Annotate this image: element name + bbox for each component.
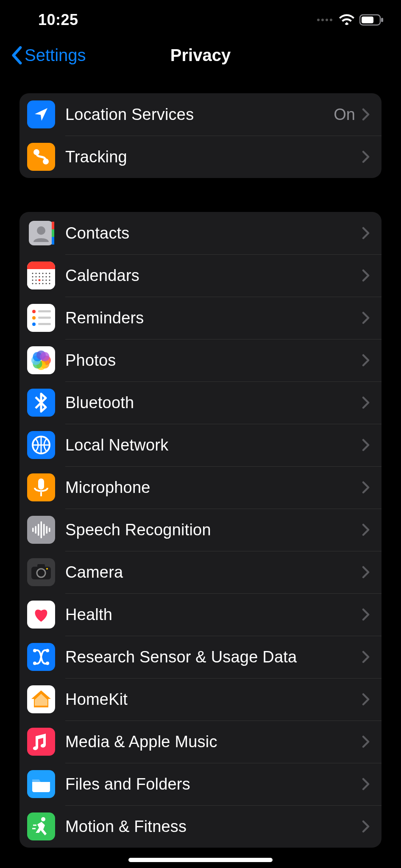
speech-icon [27, 516, 55, 544]
svg-point-39 [32, 316, 36, 320]
svg-point-50 [40, 352, 49, 362]
row-microphone[interactable]: Microphone [19, 466, 382, 509]
status-bar: 10:25 [0, 0, 401, 34]
calendar-icon [27, 262, 55, 289]
chevron-right-icon [362, 396, 370, 409]
research-icon [27, 643, 55, 671]
chevron-left-icon [11, 46, 22, 64]
chevron-right-icon [362, 778, 370, 790]
camera-icon [27, 558, 55, 586]
chevron-right-icon [362, 566, 370, 579]
network-icon [27, 431, 55, 459]
svg-point-71 [41, 817, 45, 821]
row-value: On [334, 106, 355, 124]
svg-point-37 [32, 310, 36, 313]
svg-point-23 [49, 276, 50, 278]
svg-point-18 [32, 276, 33, 278]
svg-rect-58 [43, 524, 45, 536]
svg-point-22 [46, 276, 47, 278]
row-media[interactable]: Media & Apple Music [19, 721, 382, 763]
nav-header: Settings Privacy [0, 34, 401, 76]
files-icon [27, 770, 55, 798]
row-contacts[interactable]: Contacts [19, 212, 382, 254]
row-label: Files and Folders [65, 775, 359, 793]
svg-point-28 [46, 280, 47, 281]
svg-point-36 [39, 279, 41, 281]
row-homekit[interactable]: HomeKit [19, 678, 382, 721]
chevron-right-icon [362, 735, 370, 748]
row-label: Local Network [65, 436, 359, 454]
row-reminders[interactable]: Reminders [19, 297, 382, 339]
settings-group-2: ContactsCalendarsRemindersPhotosBluetoot… [19, 212, 382, 848]
svg-rect-55 [35, 526, 37, 534]
row-camera[interactable]: Camera [19, 551, 382, 593]
row-location-services[interactable]: Location ServicesOn [19, 93, 382, 136]
location-icon [27, 100, 55, 128]
row-label: HomeKit [65, 690, 359, 709]
svg-point-33 [42, 283, 44, 284]
content: Location ServicesOnTracking ContactsCale… [0, 76, 401, 848]
chevron-right-icon [362, 354, 370, 367]
row-label: Reminders [65, 309, 359, 327]
row-photos[interactable]: Photos [19, 339, 382, 381]
svg-point-64 [46, 568, 48, 570]
home-indicator[interactable] [128, 858, 273, 862]
row-local-network[interactable]: Local Network [19, 424, 382, 466]
row-motion[interactable]: Motion & Fitness [19, 805, 382, 848]
svg-point-14 [39, 273, 40, 274]
row-label: Tracking [65, 148, 359, 166]
row-tracking[interactable]: Tracking [19, 136, 382, 178]
svg-rect-8 [52, 229, 54, 237]
svg-point-35 [49, 283, 50, 284]
svg-point-6 [37, 226, 45, 235]
signal-dots-icon [317, 19, 332, 21]
row-bluetooth[interactable]: Bluetooth [19, 381, 382, 424]
svg-point-17 [49, 273, 50, 274]
svg-rect-54 [32, 528, 34, 532]
row-research[interactable]: Research Sensor & Usage Data [19, 636, 382, 678]
homekit-icon [27, 685, 55, 713]
chevron-right-icon [362, 523, 370, 536]
row-health[interactable]: Health [19, 593, 382, 636]
svg-point-19 [36, 276, 37, 278]
chevron-right-icon [362, 608, 370, 621]
row-calendars[interactable]: Calendars [19, 254, 382, 297]
svg-rect-57 [41, 521, 42, 538]
svg-point-41 [32, 323, 36, 326]
chevron-right-icon [362, 693, 370, 706]
chevron-right-icon [362, 269, 370, 282]
svg-rect-60 [49, 528, 50, 532]
back-label: Settings [25, 46, 86, 65]
row-label: Media & Apple Music [65, 733, 359, 751]
status-right [317, 14, 384, 26]
row-files[interactable]: Files and Folders [19, 763, 382, 805]
back-button[interactable]: Settings [11, 46, 86, 65]
chevron-right-icon [362, 481, 370, 494]
motion-icon [27, 812, 55, 840]
chevron-right-icon [362, 312, 370, 324]
photos-icon [27, 346, 55, 374]
chevron-right-icon [362, 439, 370, 451]
reminders-icon [27, 304, 55, 332]
svg-point-27 [42, 280, 44, 281]
chevron-right-icon [362, 651, 370, 663]
wifi-icon [339, 14, 354, 26]
svg-point-29 [49, 280, 50, 281]
row-speech-recognition[interactable]: Speech Recognition [19, 509, 382, 551]
svg-point-25 [36, 280, 37, 281]
page-title: Privacy [170, 46, 231, 65]
row-label: Contacts [65, 224, 359, 242]
row-label: Location Services [65, 106, 334, 124]
bluetooth-icon [27, 389, 55, 417]
svg-rect-52 [38, 479, 44, 490]
contacts-icon [27, 219, 55, 247]
chevron-right-icon [362, 108, 370, 121]
svg-point-34 [46, 283, 47, 284]
svg-point-12 [32, 273, 33, 274]
chevron-right-icon [362, 820, 370, 833]
music-icon [27, 728, 55, 756]
settings-group-1: Location ServicesOnTracking [19, 93, 382, 178]
svg-rect-65 [37, 564, 45, 568]
row-label: Speech Recognition [65, 521, 359, 539]
svg-rect-9 [52, 237, 54, 245]
